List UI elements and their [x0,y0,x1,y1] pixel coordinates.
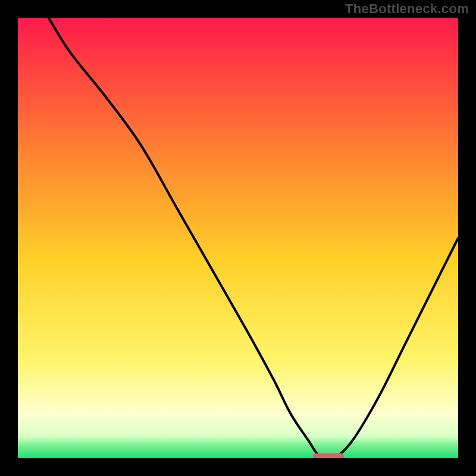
chart-frame: TheBottleneck.com [0,0,476,476]
plot-area [18,18,458,458]
optimum-marker [313,453,344,458]
watermark-text: TheBottleneck.com [345,1,469,17]
bottleneck-curve [18,18,458,458]
